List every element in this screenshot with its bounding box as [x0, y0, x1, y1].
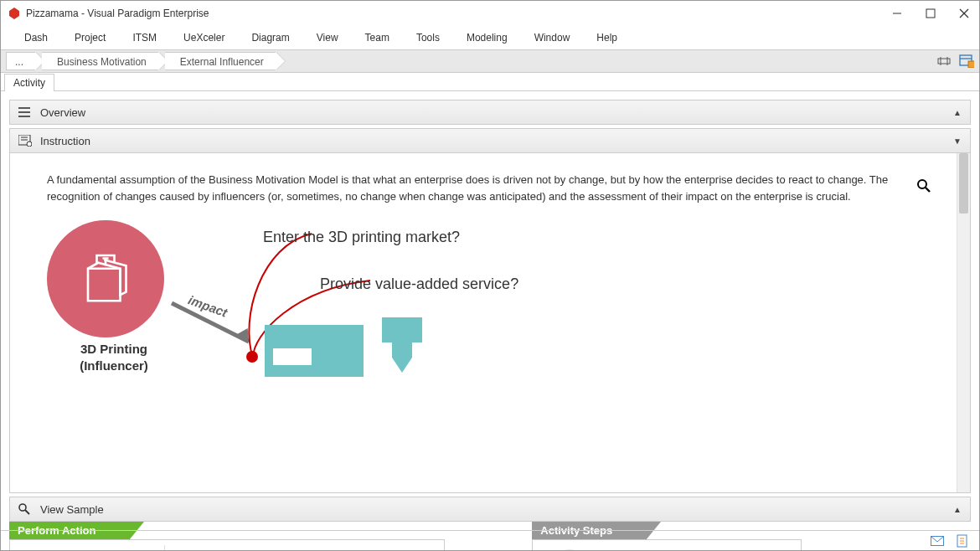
panel-view-sample-title: View Sample [40, 503, 104, 516]
close-button[interactable] [956, 5, 972, 22]
menu-team[interactable]: Team [352, 28, 403, 47]
scrollbar[interactable] [957, 153, 970, 492]
menu-project[interactable]: Project [61, 28, 119, 47]
menu-uexceler[interactable]: UeXceler [170, 28, 238, 47]
instruction-content: A fundamental assumption of the Business… [10, 153, 957, 492]
search-icon [18, 503, 34, 515]
panel-instruction-title: Instruction [40, 135, 90, 147]
window-title: Pizzamama - Visual Paradigm Enterprise [26, 8, 889, 19]
maximize-button[interactable] [922, 5, 939, 22]
menu-itsm[interactable]: ITSM [119, 28, 170, 47]
svg-rect-10 [968, 61, 974, 68]
influencer-circle-icon [47, 220, 164, 337]
expand-arrow-icon: ▼ [953, 136, 962, 146]
breadcrumb-external-influencer[interactable]: External Influencer [165, 52, 276, 70]
collapse-arrow-icon: ▲ [953, 505, 962, 514]
tool-icon-2[interactable] [959, 54, 974, 69]
menu-tools[interactable]: Tools [403, 28, 453, 47]
svg-line-19 [926, 188, 930, 192]
svg-rect-5 [938, 59, 950, 64]
menu-diagram[interactable]: Diagram [238, 28, 302, 47]
question-1: Enter the 3D printing market? [263, 229, 460, 246]
scrollbar-thumb[interactable] [959, 153, 968, 214]
menu-help[interactable]: Help [583, 28, 631, 47]
menu-window[interactable]: Window [521, 28, 584, 47]
titlebar: Pizzamama - Visual Paradigm Enterprise [1, 1, 979, 26]
tool-icon-1[interactable] [937, 54, 952, 69]
svg-point-22 [19, 504, 26, 511]
minimize-button[interactable] [889, 5, 905, 22]
menubar: Dash Project ITSM UeXceler Diagram View … [1, 26, 979, 49]
question-2: Provide value-added service? [320, 276, 518, 293]
instruction-icon [18, 135, 34, 147]
svg-point-17 [27, 142, 32, 147]
panel-instruction-body: A fundamental assumption of the Business… [9, 153, 971, 493]
tab-row: Activity [1, 73, 979, 91]
instruction-text: A fundamental assumption of the Business… [47, 172, 920, 205]
breadcrumb-root[interactable]: ... [6, 52, 35, 70]
svg-marker-0 [9, 8, 19, 19]
panel-instruction-header[interactable]: Instruction ▼ [9, 128, 971, 153]
breadcrumb-business-motivation[interactable]: Business Motivation [42, 52, 158, 70]
document-icon[interactable] [956, 534, 969, 548]
statusbar [1, 530, 979, 550]
svg-line-23 [25, 510, 29, 514]
menu-view[interactable]: View [303, 28, 352, 47]
collapse-arrow-icon: ▲ [953, 108, 962, 117]
breadcrumb-bar: ... Business Motivation External Influen… [1, 49, 979, 73]
mail-icon[interactable] [931, 534, 944, 548]
content-area: Overview ▲ Instruction ▼ A fundamental a… [1, 91, 979, 522]
svg-point-18 [918, 180, 926, 188]
instruction-diagram: 3D Printing (Influencer) impact Enter th… [47, 220, 920, 388]
magnify-icon[interactable] [916, 178, 931, 198]
panel-overview-title: Overview [40, 106, 85, 119]
menu-modeling[interactable]: Modeling [453, 28, 521, 47]
panel-view-sample-header[interactable]: View Sample ▲ [9, 497, 971, 522]
funnel-icon [382, 317, 422, 376]
app-logo-icon [8, 7, 21, 20]
panel-overview-header[interactable]: Overview ▲ [9, 100, 971, 125]
menu-dash[interactable]: Dash [11, 28, 61, 47]
influencer-label: 3D Printing (Influencer) [47, 337, 181, 373]
machine-icon [265, 325, 364, 377]
hamburger-icon [18, 107, 34, 117]
svg-rect-2 [926, 9, 935, 18]
tab-activity[interactable]: Activity [4, 74, 54, 91]
